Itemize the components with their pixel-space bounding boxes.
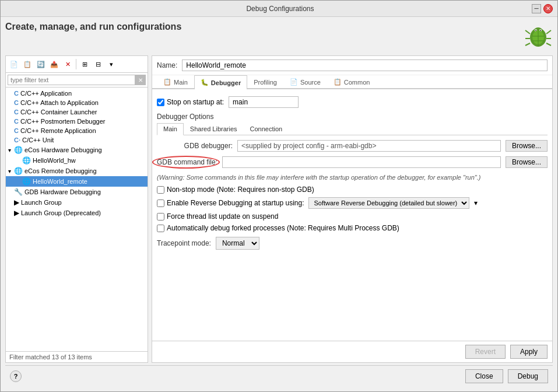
header-area: Create, manage, and run configurations <box>5 22 553 53</box>
filter-input[interactable] <box>8 75 135 85</box>
gdb-debugger-input[interactable] <box>237 140 501 152</box>
tree-item-gdb-hw[interactable]: 🔧 GDB Hardware Debugging <box>6 187 148 197</box>
tree-item-label: C/C++ Postmortem Debugger <box>20 118 106 125</box>
tab-common[interactable]: 📋 Common <box>327 75 377 88</box>
type-icon: C <box>14 90 19 97</box>
tree-item-helloworld-remote[interactable]: 🌐 HelloWorld_remote <box>6 176 148 187</box>
inner-tab-shared-label: Shared Libraries <box>190 125 237 132</box>
tree-item-cpp-postmortem[interactable]: C C/C++ Postmortem Debugger <box>6 117 148 126</box>
type-icon: 🌐 <box>22 156 31 164</box>
tree-item-label: eCos Hardware Debugging <box>24 146 102 153</box>
tree-item-helloworld-hw[interactable]: 🌐 HelloWorld_hw <box>6 155 148 166</box>
tree-item-label: C/C++ Application <box>20 90 72 97</box>
separator <box>76 59 76 69</box>
filter-clear-button[interactable]: ✕ <box>135 75 146 85</box>
new-prototype-button[interactable]: 🔄 <box>34 58 47 71</box>
tab-profiling-label: Profiling <box>254 79 277 86</box>
help-button[interactable]: ? <box>10 370 22 382</box>
gdb-debugger-browse-button[interactable]: Browse... <box>506 140 548 152</box>
right-panel: Name: 📋 Main 🐛 Debugger Profiling <box>152 55 553 363</box>
page-title: Create, manage, and run configurations <box>5 22 181 32</box>
duplicate-button[interactable]: 📋 <box>21 58 34 71</box>
tab-source-icon: 📄 <box>290 78 298 86</box>
tab-debugger[interactable]: 🐛 Debugger <box>194 75 247 89</box>
window-controls: ─ ✕ <box>532 4 553 13</box>
gdb-command-file-label: GDB command file: <box>157 158 217 166</box>
tree-item-label: HelloWorld_remote <box>33 178 87 185</box>
gdb-command-file-input[interactable] <box>222 156 501 168</box>
tree-item-launch-group-dep[interactable]: ▶ Launch Group (Deprecated) <box>6 208 148 218</box>
debug-button[interactable]: Debug <box>508 369 548 383</box>
type-icon: C <box>14 127 19 134</box>
non-stop-checkbox[interactable] <box>157 186 164 194</box>
stop-startup-checkbox[interactable] <box>157 99 164 106</box>
revert-button[interactable]: Revert <box>465 345 506 359</box>
filter-status: Filter matched 13 of 13 items <box>6 351 148 362</box>
tree-item-cpp-remote[interactable]: C C/C++ Remote Application <box>6 126 148 135</box>
export-button[interactable]: 📤 <box>48 58 61 71</box>
reverse-debug-checkbox[interactable] <box>157 200 164 207</box>
collapse-button[interactable]: ⊟ <box>92 58 104 71</box>
panel-bottom-buttons: Revert Apply <box>152 341 552 362</box>
tab-source[interactable]: 📄 Source <box>283 75 327 88</box>
force-thread-checkbox[interactable] <box>157 213 164 220</box>
svg-line-8 <box>525 43 530 46</box>
delete-button[interactable]: ✕ <box>61 58 74 71</box>
gdb-debugger-row: GDB debugger: Browse... <box>157 140 548 152</box>
stop-startup-input[interactable] <box>229 96 299 108</box>
name-label: Name: <box>157 61 177 69</box>
reverse-debug-label: Enable Reverse Debugging at startup usin… <box>157 199 304 207</box>
inner-tab-main[interactable]: Main <box>157 123 184 135</box>
tree-item-label: Launch Group (Deprecated) <box>21 209 101 216</box>
dialog-actions: Close Debug <box>465 369 548 383</box>
type-icon: C· <box>14 136 20 144</box>
config-tree: C C/C++ Application C C/C++ Attach to Ap… <box>6 88 148 351</box>
tree-item-launch-group[interactable]: ▶ Launch Group <box>6 197 148 208</box>
close-button[interactable]: ✕ <box>543 4 553 13</box>
type-icon: 🔧 <box>14 188 23 196</box>
type-icon: C <box>14 99 19 106</box>
tree-item-label: eCos Remote Debugging <box>24 167 97 174</box>
dropdown-button[interactable]: ▾ <box>105 58 118 71</box>
inner-tab-shared-libs[interactable]: Shared Libraries <box>184 123 244 135</box>
tabs-bar: 📋 Main 🐛 Debugger Profiling 📄 Source <box>152 75 552 89</box>
stop-on-startup-row: Stop on startup at: <box>157 94 548 110</box>
tree-item-ecos-remote[interactable]: ▾ 🌐 eCos Remote Debugging <box>6 166 148 176</box>
tab-main[interactable]: 📋 Main <box>157 75 194 88</box>
tab-debugger-icon: 🐛 <box>201 79 209 86</box>
tab-main-icon: 📋 <box>163 78 171 86</box>
toolbar: 📄 📋 🔄 📤 ✕ ⊞ ⊟ ▾ <box>6 56 148 73</box>
tree-item-cpp-attach[interactable]: C C/C++ Attach to Application <box>6 98 148 107</box>
non-stop-text: Non-stop mode (Note: Requires non-stop G… <box>167 186 314 194</box>
new-config-button[interactable]: 📄 <box>8 58 20 71</box>
window-title: Debug Configurations <box>29 5 532 13</box>
reverse-debug-select[interactable]: Software Reverse Debugging (detailed but… <box>308 197 469 209</box>
tree-item-label: C/C++ Attach to Application <box>20 99 99 106</box>
name-input[interactable] <box>182 60 548 71</box>
tab-content-debugger: Stop on startup at: Debugger Options Mai… <box>152 89 552 341</box>
tracepoint-select[interactable]: Normal Fast Precise <box>216 237 259 250</box>
debug-configurations-dialog: Debug Configurations ─ ✕ Create, manage,… <box>0 0 558 392</box>
gdb-debugger-label: GDB debugger: <box>157 142 233 150</box>
close-button[interactable]: Close <box>465 369 503 383</box>
tree-item-ecos-hw[interactable]: ▾ 🌐 eCos Hardware Debugging <box>6 145 148 155</box>
tree-item-cpp-unit[interactable]: C· C/C++ Unit <box>6 135 148 145</box>
tree-item-label: GDB Hardware Debugging <box>24 188 101 195</box>
tree-item-label: Launch Group <box>21 199 62 206</box>
apply-button[interactable]: Apply <box>510 345 548 359</box>
expand-button[interactable]: ⊞ <box>78 58 91 71</box>
reverse-debug-row: Enable Reverse Debugging at startup usin… <box>157 197 548 209</box>
inner-tab-main-label: Main <box>163 125 177 132</box>
tree-item-cpp-container[interactable]: C C/C++ Container Launcher <box>6 107 148 117</box>
tree-item-cpp-app[interactable]: C C/C++ Application <box>6 89 148 98</box>
inner-tab-connection[interactable]: Connection <box>244 123 289 135</box>
minimize-button[interactable]: ─ <box>532 4 541 13</box>
stop-startup-checkbox-label: Stop on startup at: <box>157 98 224 106</box>
auto-fork-label: Automatically debug forked processes (No… <box>157 224 399 232</box>
auto-fork-checkbox[interactable] <box>157 225 164 232</box>
non-stop-label: Non-stop mode (Note: Requires non-stop G… <box>157 186 314 194</box>
tree-item-label: C/C++ Remote Application <box>20 127 96 134</box>
gdb-command-file-browse-button[interactable]: Browse... <box>506 156 548 168</box>
dropdown-arrow-icon: ▾ <box>474 199 478 207</box>
tab-profiling[interactable]: Profiling <box>247 75 283 88</box>
